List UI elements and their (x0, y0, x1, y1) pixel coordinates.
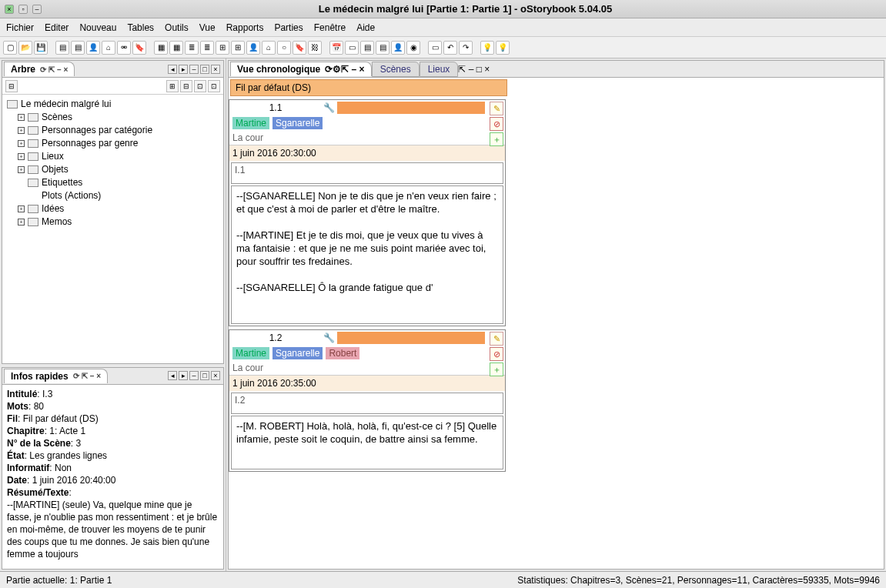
menu-fichier[interactable]: Fichier (6, 22, 34, 33)
scene-edit-icon[interactable]: ✎ (490, 332, 503, 346)
panel-close-icon[interactable]: × (211, 371, 220, 380)
tb-person2-icon[interactable]: 👤 (246, 41, 260, 55)
tree-node-etiquettes[interactable]: Etiquettes (42, 176, 82, 189)
panel-nav-left-icon[interactable]: ◂ (168, 65, 177, 74)
tree-node-pers-genre[interactable]: Personnages par genre (42, 137, 138, 150)
tb-table2-icon[interactable]: ▦ (169, 41, 183, 55)
window-restore-icon[interactable]: ▫ (18, 5, 28, 14)
tb-help-icon[interactable]: 💡 (496, 41, 510, 55)
wrench-icon[interactable]: 🔧 (322, 102, 336, 113)
pin-icon[interactable]: ⇱ (341, 64, 349, 75)
tb-house-icon[interactable]: ⌂ (262, 41, 276, 55)
panel-max-icon[interactable]: □ (476, 64, 482, 75)
tree-view4-icon[interactable]: ⊡ (208, 80, 220, 92)
tree-node-objets[interactable]: Objets (42, 163, 69, 176)
chrono-scroll[interactable]: Fil par défaut (DS) ✎ ⊘ ＋ 1.1 🔧 (229, 78, 884, 569)
tb-list2-icon[interactable]: ≣ (200, 41, 214, 55)
min-icon[interactable]: – (352, 64, 357, 75)
tb-book-icon[interactable]: ▭ (345, 41, 359, 55)
tree-expand-icon[interactable]: ⊟ (5, 80, 18, 92)
scene-delete-icon[interactable]: ⊘ (490, 347, 503, 361)
tree-view2-icon[interactable]: ⊟ (180, 80, 192, 92)
tb-save-icon[interactable]: 💾 (34, 41, 48, 55)
tree-node-plots[interactable]: Plots (Actions) (42, 189, 101, 202)
tb-tag2-icon[interactable]: 🔖 (293, 41, 306, 55)
scene-edit-icon[interactable]: ✎ (490, 102, 503, 115)
expand-icon[interactable]: + (18, 114, 25, 121)
close-tab-icon[interactable]: × (359, 64, 365, 75)
tb-storyboard-icon[interactable]: ◉ (406, 41, 420, 55)
tree-node-pers-cat[interactable]: Personnages par catégorie (42, 124, 152, 137)
panel-nav-right-icon[interactable]: ▸ (179, 65, 188, 74)
tb-tag-icon[interactable]: 🔖 (132, 41, 146, 55)
tb-location-icon[interactable]: ⌂ (102, 41, 115, 55)
tb-circle-icon[interactable]: ○ (277, 41, 291, 55)
tb-export-icon[interactable]: ▭ (428, 41, 442, 55)
expand-icon[interactable]: + (18, 166, 25, 173)
scene-add-icon[interactable]: ＋ (490, 132, 503, 146)
chrono-tab[interactable]: Vue chronologique ⟳⚙⇱ – × (230, 62, 372, 76)
tb-idea-icon[interactable]: 💡 (480, 41, 494, 55)
tb-table1-icon[interactable]: ▦ (154, 41, 168, 55)
pin-icon[interactable]: ⇱ (82, 372, 88, 380)
panel-pin-icon[interactable]: ⇱ (458, 64, 466, 75)
tb-redo-icon[interactable]: ↷ (459, 41, 473, 55)
project-tree[interactable]: Le médecin malgré lui +Scènes +Personnag… (2, 95, 223, 363)
scene-add-icon[interactable]: ＋ (490, 362, 503, 376)
min-icon[interactable]: – (90, 372, 95, 380)
tree-node-scenes[interactable]: Scènes (42, 111, 72, 124)
window-close-icon[interactable]: × (5, 5, 14, 14)
panel-nav-right-icon[interactable]: ▸ (179, 371, 188, 380)
panel-close-icon[interactable]: × (211, 65, 220, 74)
expand-icon[interactable]: + (18, 140, 25, 147)
tb-doc2-icon[interactable]: ▤ (71, 41, 85, 55)
tb-open-icon[interactable]: 📂 (18, 41, 32, 55)
tb-memoria-icon[interactable]: 👤 (391, 41, 405, 55)
panel-nav-left-icon[interactable]: ◂ (168, 371, 177, 380)
close-tab-icon[interactable]: × (96, 372, 101, 380)
refresh-icon[interactable]: ⟳ (73, 372, 79, 380)
close-tab-icon[interactable]: × (64, 65, 69, 74)
options-icon[interactable]: ⚙ (333, 64, 341, 75)
scene-summary[interactable]: I.1 (231, 162, 503, 184)
menu-editer[interactable]: Editer (45, 22, 69, 33)
tab-scenes[interactable]: Scènes (372, 62, 420, 77)
expand-icon[interactable]: + (18, 219, 25, 226)
scene-text[interactable]: --[SGANARELLE] Non je te dis que je n'en… (231, 185, 503, 324)
panel-max-icon[interactable]: □ (200, 65, 209, 74)
panel-close-icon[interactable]: × (484, 64, 490, 75)
menu-rapports[interactable]: Rapports (226, 22, 264, 33)
tb-strand-icon[interactable]: ⚮ (117, 41, 131, 55)
tb-grid-icon[interactable]: ⊞ (216, 41, 229, 55)
tb-person-icon[interactable]: 👤 (86, 41, 100, 55)
tree-view3-icon[interactable]: ⊡ (194, 80, 206, 92)
tb-manage-icon[interactable]: ▤ (360, 41, 374, 55)
menu-fenetre[interactable]: Fenêtre (314, 22, 346, 33)
window-minimize-icon[interactable]: – (32, 5, 42, 14)
tab-lieux[interactable]: Lieux (420, 62, 459, 77)
menu-aide[interactable]: Aide (356, 22, 375, 33)
menu-parties[interactable]: Parties (274, 22, 303, 33)
refresh-icon[interactable]: ⟳ (40, 65, 46, 74)
tree-node-lieux[interactable]: Lieux (42, 150, 64, 163)
tb-link-icon[interactable]: ⛓ (308, 41, 322, 55)
tb-new-icon[interactable]: ▢ (3, 41, 17, 55)
expand-icon[interactable]: + (18, 127, 25, 134)
tree-node-idees[interactable]: Idées (42, 202, 64, 215)
character-tag[interactable]: Robert (326, 347, 359, 359)
character-tag[interactable]: Martine (232, 347, 269, 359)
tree-tab[interactable]: Arbre ⟳ ⇱ – × (4, 62, 75, 76)
character-tag[interactable]: Sganarelle (272, 347, 323, 359)
tree-view1-icon[interactable]: ⊞ (166, 80, 179, 92)
wrench-icon[interactable]: 🔧 (322, 332, 336, 343)
scene-delete-icon[interactable]: ⊘ (490, 117, 503, 131)
panel-max-icon[interactable]: □ (200, 371, 209, 380)
info-tab[interactable]: Infos rapides ⟳ ⇱ – × (4, 369, 108, 383)
tb-calendar-icon[interactable]: 📅 (329, 41, 343, 55)
pin-icon[interactable]: ⇱ (48, 65, 55, 74)
scene-text[interactable]: --[M. ROBERT] Holà, holà, holà, fi, qu'e… (231, 416, 503, 469)
menu-nouveau[interactable]: Nouveau (79, 22, 116, 33)
tb-grid2-icon[interactable]: ⊞ (231, 41, 245, 55)
expand-icon[interactable]: + (18, 205, 25, 212)
panel-min-icon[interactable]: – (189, 371, 199, 380)
